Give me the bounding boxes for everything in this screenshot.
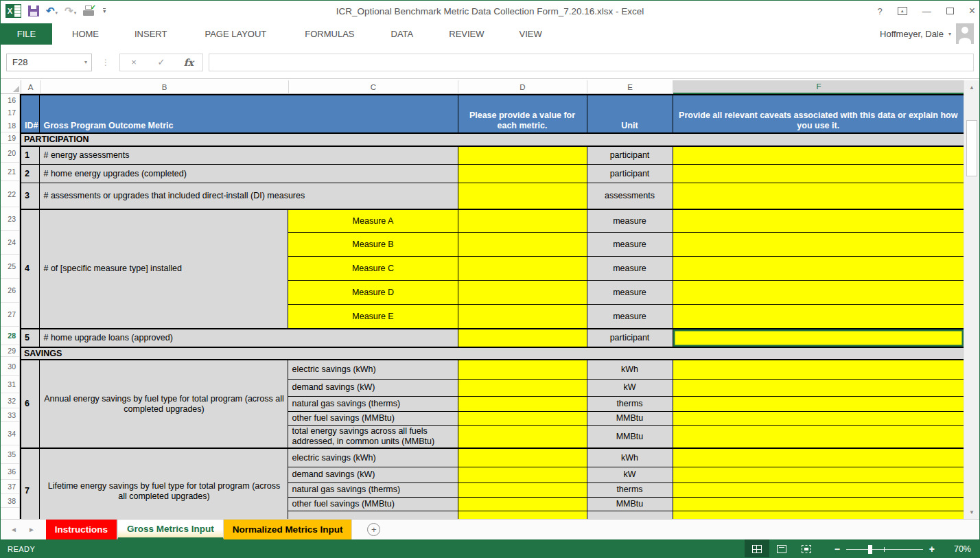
unit-cell[interactable]: participant [587, 329, 673, 347]
redo-dropdown-icon[interactable]: ▾ [74, 10, 77, 15]
input-cell[interactable] [458, 233, 587, 257]
subrow-label-cell[interactable]: demand savings (kW) [288, 467, 458, 483]
unit-cell[interactable]: kW [587, 379, 673, 396]
input-cell[interactable] [458, 329, 587, 347]
row-header-22[interactable]: 22 [1, 181, 19, 207]
tab-insert[interactable]: INSERT [124, 23, 177, 45]
formula-bar-grip-icon[interactable]: ⋮ [102, 58, 110, 67]
input-cell[interactable] [458, 511, 587, 519]
page-layout-view-button[interactable] [769, 539, 794, 558]
row-header-27[interactable]: 27 [1, 303, 19, 327]
sheet-tab-normalized-metrics-input[interactable]: Normalized Metrics Input [224, 520, 353, 539]
prev-sheet-icon[interactable]: ◄ [10, 526, 17, 533]
row-header-37[interactable]: 37 [1, 480, 19, 494]
ribbon-display-options-button[interactable]: ▲ [898, 7, 907, 15]
id-cell[interactable]: 4 [21, 209, 40, 329]
row-header-24[interactable]: 24 [1, 231, 19, 255]
caveat-input-cell[interactable] [673, 411, 964, 425]
column-header-D[interactable]: D [458, 80, 587, 94]
caveat-input-cell[interactable] [673, 257, 964, 281]
column-header-A[interactable]: A [21, 80, 40, 94]
unit-cell[interactable]: MMBtu [587, 511, 673, 519]
metric-cell[interactable]: # home upgrade loans (approved) [40, 329, 458, 347]
subrow-label-cell[interactable]: other fuel savings (MMBtu) [288, 497, 458, 511]
tab-review[interactable]: REVIEW [439, 23, 494, 45]
minimize-button[interactable]: — [922, 6, 931, 16]
subrow-label-cell[interactable]: electric savings (kWh) [288, 360, 458, 379]
undo-dropdown-icon[interactable]: ▾ [56, 10, 58, 15]
caveat-input-cell[interactable] [673, 233, 964, 257]
input-cell[interactable] [458, 183, 587, 209]
section-savings[interactable]: SAVINGS [21, 347, 964, 360]
caveat-input-cell[interactable] [673, 183, 964, 209]
cancel-button[interactable]: × [120, 57, 148, 67]
caveat-input-cell[interactable] [673, 281, 964, 305]
enter-button[interactable]: ✓ [148, 57, 175, 67]
undo-button[interactable]: ↶▾ [46, 5, 58, 17]
row-header-26[interactable]: 26 [1, 279, 19, 303]
unit-cell[interactable]: kWh [587, 448, 673, 467]
subrow-label-cell[interactable]: natural gas savings (therms) [288, 483, 458, 497]
page-break-view-button[interactable] [794, 539, 819, 558]
row-header-28[interactable]: 28 [1, 327, 19, 345]
tab-page-layout[interactable]: PAGE LAYOUT [194, 23, 277, 45]
id-cell[interactable]: 1 [21, 146, 40, 165]
account-menu[interactable]: Hoffmeyer, Dale ▾ [880, 23, 974, 45]
input-cell[interactable] [458, 209, 587, 233]
column-header-B[interactable]: B [40, 80, 289, 94]
header-metric[interactable]: Gross Program Outcome Metric [40, 95, 458, 133]
subrow-label-cell[interactable]: electric savings (kWh) [288, 448, 458, 467]
zoom-slider-thumb[interactable] [868, 545, 872, 554]
input-cell[interactable] [458, 165, 587, 183]
caveat-input-cell[interactable] [673, 379, 964, 396]
id-cell[interactable]: 6 [21, 360, 40, 448]
subrow-label-cell[interactable]: other fuel savings (MMBtu) [288, 411, 458, 425]
section-participation[interactable]: PARTICIPATION [21, 133, 964, 146]
row-header-19[interactable]: 19 [1, 132, 19, 144]
scroll-up-icon[interactable]: ▲ [964, 80, 979, 94]
vertical-scrollbar[interactable]: ▲ ▼ [964, 80, 979, 519]
column-header-E[interactable]: E [587, 80, 673, 94]
unit-cell[interactable]: participant [587, 165, 673, 183]
insert-function-button[interactable]: fx [175, 57, 202, 68]
tab-formulas[interactable]: FORMULAS [294, 23, 364, 45]
row-header-18[interactable]: 18 [1, 119, 19, 132]
formula-input[interactable] [209, 54, 974, 71]
row-header-20[interactable]: 20 [1, 144, 19, 163]
id-cell[interactable]: 3 [21, 183, 40, 209]
input-cell[interactable] [458, 281, 587, 305]
row-header-35[interactable]: 35 [1, 445, 19, 464]
zoom-out-button[interactable]: − [828, 544, 846, 555]
caveat-input-cell[interactable] [673, 425, 964, 448]
caveat-input-cell[interactable] [673, 511, 964, 519]
subrow-label-cell[interactable]: total energy savings across all fuels ad… [288, 425, 458, 448]
caveat-input-cell[interactable] [673, 497, 964, 511]
avatar[interactable] [956, 23, 974, 44]
sheet-tab-instructions[interactable]: Instructions [46, 520, 117, 539]
id-cell[interactable]: 7 [21, 448, 40, 519]
id-cell[interactable]: 5 [21, 329, 40, 347]
row-header-32[interactable]: 32 [1, 393, 19, 408]
active-cell-F28[interactable] [673, 329, 964, 347]
row-header-38[interactable]: 38 [1, 494, 19, 508]
caveat-input-cell[interactable] [673, 360, 964, 379]
row-header-34[interactable]: 34 [1, 422, 19, 445]
metric-cell[interactable]: Annual energy savings by fuel type for t… [40, 360, 288, 448]
metric-cell[interactable]: Lifetime energy savings by fuel type for… [40, 448, 288, 519]
measure-cell[interactable]: Measure B [288, 233, 458, 257]
unit-cell[interactable]: therms [587, 396, 673, 411]
input-cell[interactable] [458, 257, 587, 281]
caveat-input-cell[interactable] [673, 305, 964, 329]
header-unit[interactable]: Unit [587, 95, 673, 133]
header-value-prompt[interactable]: Please provide a value for each metric. [458, 95, 587, 133]
row-header-group-16-18[interactable]: 16 17 18 [1, 94, 19, 132]
input-cell[interactable] [458, 425, 587, 448]
row-header-21[interactable]: 21 [1, 163, 19, 181]
input-cell[interactable] [458, 483, 587, 497]
input-cell[interactable] [458, 379, 587, 396]
column-header-F[interactable]: F [673, 80, 965, 94]
quick-print-button[interactable]: ✓ [83, 5, 96, 16]
subrow-label-cell[interactable]: demand savings (kW) [288, 379, 458, 396]
scroll-down-icon[interactable]: ▼ [964, 505, 979, 519]
metric-cell[interactable]: # home energy upgrades (completed) [40, 165, 458, 183]
